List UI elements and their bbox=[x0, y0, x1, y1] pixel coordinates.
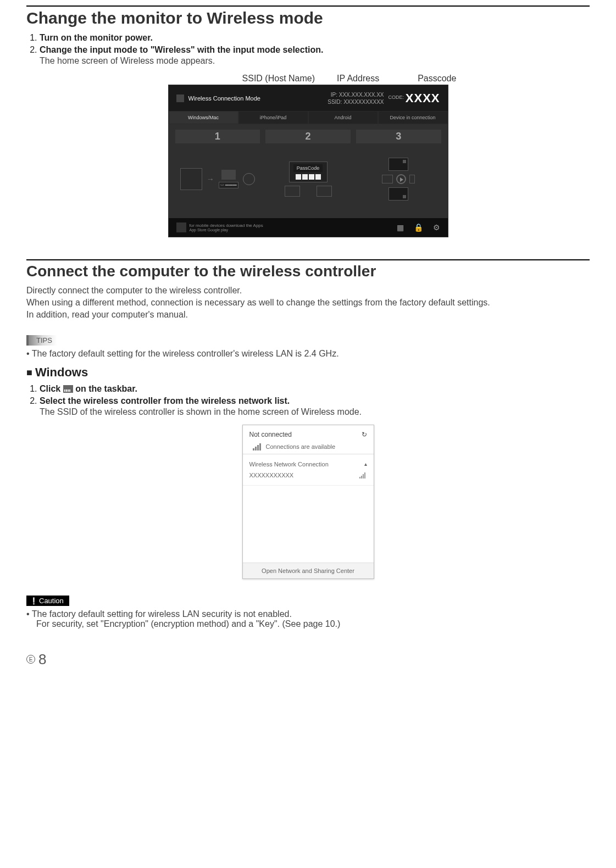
qr-icon bbox=[176, 222, 186, 232]
step1-text: Turn on the monitor power. bbox=[40, 33, 153, 42]
small-screen-icon bbox=[382, 175, 393, 183]
windows-network-popup: Not connected ↻ Connections are availabl… bbox=[242, 425, 374, 579]
collapse-icon[interactable]: ▴ bbox=[364, 461, 367, 467]
win-step1-post: on the taskbar. bbox=[73, 384, 137, 393]
popup-not-connected: Not connected bbox=[249, 431, 292, 438]
popup-footer-link[interactable]: Open Network and Sharing Center bbox=[243, 563, 374, 578]
ssid-label: SSID: bbox=[328, 99, 342, 105]
col2-number: 2 bbox=[265, 130, 351, 143]
tab-device-connection[interactable]: Device in connection bbox=[378, 111, 448, 124]
monitor-title: Wireless Connection Mode bbox=[188, 95, 260, 102]
laptop-icon bbox=[180, 168, 202, 190]
device-box: ▭ ▬▬▬ bbox=[219, 182, 238, 188]
monitor-app-icon bbox=[176, 94, 184, 102]
monitor-tabs: Windows/Mac iPhone/iPad Android Device i… bbox=[169, 111, 448, 124]
win-step2-text: Select the wireless controller from the … bbox=[40, 396, 290, 405]
passcode-label: PassCode bbox=[293, 164, 323, 172]
section1-title: Change the monitor to Wireless mode bbox=[26, 9, 590, 27]
display-bottom-icon bbox=[389, 187, 408, 201]
tab-iphone-ipad[interactable]: iPhone/iPad bbox=[238, 111, 308, 124]
lock-icon[interactable]: 🔒 bbox=[414, 223, 423, 232]
wireless-mode-screenshot: Wireless Connection Mode IP: XXX.XXX.XXX… bbox=[168, 85, 448, 237]
page-number: 8 bbox=[38, 651, 46, 668]
tips-text: The factory default setting for the wire… bbox=[26, 349, 590, 359]
signal-icon bbox=[253, 443, 262, 450]
gear-icon[interactable]: ⚙ bbox=[433, 223, 440, 232]
windows-steps: Click on the taskbar. Select the wireles… bbox=[26, 384, 590, 417]
page-footer: E 8 bbox=[26, 651, 590, 668]
tips-label: TIPS bbox=[26, 335, 57, 346]
popup-ssid-item[interactable]: XXXXXXXXXXX bbox=[249, 472, 294, 478]
tab-windows-mac[interactable]: Windows/Mac bbox=[169, 111, 238, 124]
popup-section-label: Wireless Network Connection bbox=[249, 461, 329, 468]
arrow-icon: → bbox=[207, 175, 214, 183]
caution-line1: The factory default setting for wireless… bbox=[26, 609, 292, 619]
section2-para2: When using a different method, connectio… bbox=[26, 298, 590, 308]
ip-value: XXX.XXX.XXX.XX bbox=[339, 92, 384, 98]
code-value: XXXX bbox=[406, 91, 440, 105]
windows-heading: Windows bbox=[26, 365, 590, 380]
play-icon bbox=[396, 174, 406, 184]
section2-para1: Directly connect the computer to the wir… bbox=[26, 286, 590, 296]
section1-steps: Turn on the monitor power. Change the in… bbox=[26, 33, 590, 66]
phone-icon bbox=[409, 175, 415, 183]
network-tray-icon[interactable] bbox=[63, 385, 73, 393]
wifi-icon bbox=[221, 170, 236, 180]
win-step1-pre: Click bbox=[40, 384, 63, 393]
step2-sub: The home screen of Wireless mode appears… bbox=[40, 56, 590, 66]
device-icon-a bbox=[285, 186, 300, 197]
device-icon-b bbox=[317, 186, 332, 197]
col3-number: 3 bbox=[356, 130, 441, 143]
code-label: CODE: bbox=[389, 94, 404, 100]
refresh-icon[interactable]: ↻ bbox=[362, 431, 367, 438]
callout-passcode: Passcode bbox=[418, 74, 456, 84]
page-letter: E bbox=[26, 655, 35, 664]
callout-ssid: SSID (Host Name) bbox=[242, 74, 315, 84]
display-top-icon bbox=[389, 158, 408, 171]
popup-empty-list bbox=[243, 486, 374, 563]
col1-number: 1 bbox=[175, 130, 260, 143]
footer-text: for mobile devices download the Apps bbox=[190, 223, 263, 228]
tab-android[interactable]: Android bbox=[308, 111, 378, 124]
ssid-value: XXXXXXXXXXX bbox=[343, 99, 384, 105]
win-step2-sub: The SSID of the wireless controller is s… bbox=[40, 407, 590, 417]
popup-available: Connections are available bbox=[266, 443, 336, 450]
ssid-signal-icon bbox=[359, 472, 367, 478]
caution-label: Caution bbox=[26, 596, 69, 606]
ip-label: IP: bbox=[331, 92, 337, 98]
passcode-boxes bbox=[296, 174, 321, 180]
section2-para3: In addition, read your computer's manual… bbox=[26, 310, 590, 320]
section2-title: Connect the computer to the wireless con… bbox=[26, 263, 590, 280]
globe-icon bbox=[243, 173, 255, 185]
monitor-callouts: SSID (Host Name) IP Address Passcode bbox=[26, 74, 590, 84]
grid-icon[interactable]: ▦ bbox=[397, 223, 404, 232]
callout-ip: IP Address bbox=[337, 74, 379, 84]
step2-text: Change the input mode to "Wireless" with… bbox=[40, 45, 323, 54]
footer-sub: App Store Google play bbox=[190, 228, 263, 232]
caution-line2: For security, set "Encryption" (encrypti… bbox=[36, 619, 590, 629]
